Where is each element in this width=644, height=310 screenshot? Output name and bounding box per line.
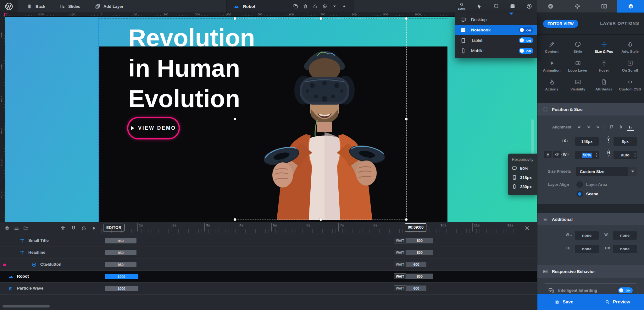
layer-area-radio-label[interactable]: Layer Area <box>586 182 607 187</box>
device-menu-item-notebook[interactable]: NotebookON <box>455 25 537 35</box>
timeline-row-headline[interactable]: Headline950WAIT800 <box>0 247 537 258</box>
wait-duration-bar[interactable]: 800 <box>406 238 433 243</box>
timeline-playhead[interactable] <box>406 229 406 295</box>
selection-handle[interactable] <box>234 118 236 120</box>
size-presets-dropdown[interactable]: Custom Size <box>576 167 637 176</box>
wait-badge[interactable]: WAIT <box>394 262 406 267</box>
selection-handle[interactable] <box>319 218 322 221</box>
wait-duration-bar[interactable]: 800 <box>406 250 433 255</box>
help-icon[interactable] <box>526 3 532 9</box>
selection-handle[interactable] <box>405 118 408 120</box>
magnet-icon[interactable] <box>71 226 76 231</box>
w-input[interactable]: 50% <box>575 151 599 159</box>
tab-style[interactable]: Style <box>565 38 591 57</box>
wait-duration-bar[interactable]: 800 <box>406 274 433 279</box>
editor-view-button[interactable]: EDITOR VIEW <box>543 20 578 28</box>
h-options-icon[interactable] <box>635 153 636 157</box>
align-bottom-icon[interactable] <box>627 124 634 131</box>
selection-handle[interactable] <box>405 17 408 20</box>
settings-tab[interactable] <box>537 0 564 13</box>
delete-icon[interactable] <box>303 4 308 9</box>
align-middle-icon[interactable] <box>617 124 625 130</box>
unlock-icon[interactable] <box>313 4 318 9</box>
zoom-control[interactable]: 100% <box>458 3 465 10</box>
pointer-tool-icon[interactable] <box>476 3 482 9</box>
selection-handle[interactable] <box>405 218 408 221</box>
intelligent-inheriting-toggle[interactable]: ON <box>618 287 633 293</box>
wordpress-logo-button[interactable] <box>0 0 18 13</box>
tab-on-scroll[interactable]: On Scroll <box>617 57 643 75</box>
layers-tab[interactable] <box>617 0 644 13</box>
tab-adv-style[interactable]: Adv. Style <box>617 38 643 57</box>
folder-icon[interactable] <box>23 226 29 231</box>
scene-radio-label[interactable]: Scene <box>586 192 598 196</box>
cta-button-layer[interactable]: VIEW DEMO <box>127 117 180 139</box>
tab-size-pos[interactable]: Size & Pos <box>591 38 617 57</box>
preview-button[interactable]: Preview <box>591 294 644 310</box>
tab-animation[interactable]: Animation <box>539 57 565 75</box>
device-menu-item-mobile[interactable]: MobileON <box>455 46 537 56</box>
additional-header[interactable]: Additional <box>537 213 644 226</box>
device-toggle[interactable]: ON <box>519 37 533 43</box>
device-view-icon[interactable] <box>510 3 515 9</box>
close-timeline-icon[interactable] <box>525 226 530 231</box>
position-size-header[interactable]: Position & Size <box>537 103 644 116</box>
scene-radio[interactable] <box>576 191 583 197</box>
slides-button[interactable]: Slides <box>60 0 80 13</box>
timeline-row-small-title[interactable]: Small Title950WAIT800 <box>0 235 537 247</box>
stopwatch-icon[interactable] <box>81 226 86 231</box>
timeline-row-cta-button[interactable]: Cta-Button950WAIT600 <box>0 258 537 270</box>
reset-size-button[interactable] <box>553 151 561 158</box>
align-center-icon[interactable] <box>585 124 592 130</box>
save-button[interactable]: Save <box>537 294 591 310</box>
undo-icon[interactable] <box>493 3 499 9</box>
align-top-icon[interactable] <box>608 124 615 130</box>
selection-handle[interactable] <box>234 218 236 221</box>
visibility-target-icon[interactable] <box>322 4 327 9</box>
timeline-horizontal-scrollbar[interactable] <box>3 305 50 307</box>
duration-bar[interactable]: 950 <box>105 250 136 255</box>
x-input[interactable]: 148px <box>575 137 599 146</box>
max-width-input[interactable]: none <box>613 231 637 240</box>
layer-area-radio[interactable] <box>576 181 583 188</box>
duration-bar[interactable]: 1000 <box>105 286 138 291</box>
tab-actions[interactable]: Actions <box>539 75 565 94</box>
device-menu-item-tablet[interactable]: TabletON <box>455 35 537 46</box>
h-input[interactable]: auto <box>613 151 637 159</box>
tab-hover[interactable]: Hover <box>591 57 617 75</box>
align-right-icon[interactable] <box>594 124 601 130</box>
w-options-icon[interactable] <box>596 153 597 157</box>
selection-handle[interactable] <box>234 17 236 20</box>
device-toggle[interactable]: ON <box>519 27 533 33</box>
duplicate-icon[interactable] <box>293 4 298 9</box>
tab-attributes[interactable]: Attributes <box>591 75 617 94</box>
selection-handle[interactable] <box>319 17 322 20</box>
duration-bar[interactable]: 950 <box>105 238 136 243</box>
timeline-row-robot[interactable]: Robot1000WAIT800 <box>0 270 537 282</box>
lock-ratio-button[interactable] <box>544 151 552 158</box>
wait-badge[interactable]: WAIT <box>394 274 406 279</box>
slides-panel-tab[interactable] <box>591 0 617 13</box>
timeline-row-particle-wave[interactable]: Particle Wave1000WAIT600 <box>0 282 537 294</box>
max-height-input[interactable]: none <box>613 245 637 253</box>
tab-visibility[interactable]: Visibility <box>565 75 591 94</box>
wait-badge[interactable]: WAIT <box>394 238 406 243</box>
device-menu-item-desktop[interactable]: Desktop <box>455 14 537 25</box>
wait-badge[interactable]: WAIT <box>394 250 406 255</box>
current-time-display[interactable]: 00:09:00 <box>405 223 426 231</box>
tab-content[interactable]: Content <box>539 38 565 57</box>
wait-duration-bar[interactable]: 600 <box>406 262 426 267</box>
responsive-behavior-header[interactable]: Responsive Behavior <box>537 265 644 278</box>
min-height-input[interactable]: none <box>575 245 599 253</box>
tab-custom-css[interactable]: Custom CSS <box>617 75 643 94</box>
tab-loop-layer[interactable]: Loop Layer <box>565 57 591 75</box>
wait-duration-bar[interactable]: 600 <box>406 286 426 291</box>
list-icon[interactable] <box>14 226 19 231</box>
layers-stack-icon[interactable] <box>4 226 10 231</box>
align-left-icon[interactable] <box>576 124 584 130</box>
timeline-play-icon[interactable] <box>91 226 97 231</box>
robot-image-layer[interactable] <box>235 19 407 220</box>
wait-badge[interactable]: WAIT <box>394 286 406 291</box>
device-toggle[interactable]: ON <box>519 48 533 54</box>
move-down-icon[interactable] <box>332 4 337 9</box>
